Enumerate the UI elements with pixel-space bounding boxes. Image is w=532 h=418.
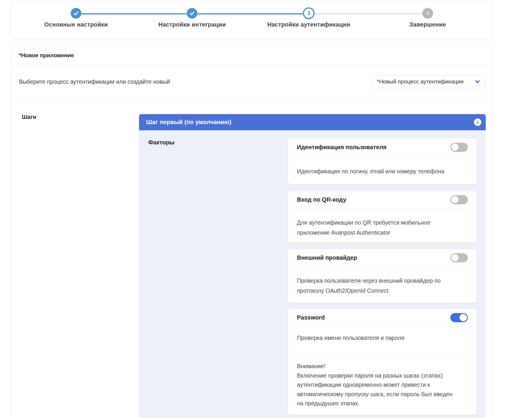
- toggle-knob: [451, 144, 459, 151]
- factor-head: Вход по QR-коду: [288, 191, 477, 209]
- step-3-number-badge[interactable]: 3: [303, 7, 315, 19]
- auth-process-label: Выберите процесс аутентификации или созд…: [19, 78, 170, 85]
- page-title: *Новое приложение: [19, 52, 74, 59]
- section-divider: [19, 101, 485, 101]
- factor-head: Идентификация пользователя: [288, 139, 477, 156]
- step-one-title: Шаг первый (по умолчанию): [146, 119, 474, 126]
- auth-process-select-value: *Новый процесс аутентификации: [377, 78, 472, 85]
- factors-label: Факторы: [148, 139, 174, 146]
- warning-line: Включение проверки пароля на разных шага…: [297, 371, 468, 381]
- toggle-knob: [451, 196, 459, 203]
- factors-panel: Факторы Идентификация пользователя Идент…: [139, 130, 486, 418]
- step-4-number: 4: [426, 10, 429, 16]
- warning-line: Внимание!: [297, 362, 468, 371]
- description-line: Идентификация по логину, email или номер…: [297, 166, 468, 176]
- toggle-knob: [451, 254, 459, 261]
- factor-card-password: Password Проверка имени пользователя и п…: [288, 309, 477, 415]
- warning-line: автоматическому пропуску шага, если паро…: [297, 390, 468, 399]
- inner-divider: [297, 354, 468, 354]
- factor-head: Password: [288, 309, 477, 327]
- factor-card-external-provider: Внешний провайдер Проверка пользователя …: [288, 249, 477, 303]
- step-one-header-bar[interactable]: Шаг первый (по умолчанию) 1: [139, 114, 486, 130]
- stepper-connector-2-3: [197, 13, 303, 14]
- warning-line: аутентификации одновременно может привес…: [297, 380, 468, 390]
- card-header: *Новое приложение: [12, 47, 491, 65]
- factor-description: Проверка пользователя через внешний пров…: [288, 267, 477, 296]
- factor-description: Идентификация по логину, email или номер…: [288, 156, 477, 176]
- new-application-card: *Новое приложение Выберите процесс аутен…: [12, 47, 491, 418]
- step-3-label[interactable]: Настройки аутентификации: [247, 21, 371, 28]
- password-toggle[interactable]: [450, 313, 468, 322]
- auth-process-select[interactable]: *Новый процесс аутентификации: [371, 75, 485, 88]
- factor-title: Password: [297, 314, 450, 321]
- description-line: приложение Avanpost Authenticator: [297, 228, 468, 238]
- step-2-done-check-icon[interactable]: [187, 8, 197, 19]
- step-count-badge: 1: [474, 119, 481, 126]
- stepper-card: 3 4 Основные настройки Настройки интегра…: [11, 1, 492, 39]
- description-line: Проверка имени пользователя и пароля: [297, 334, 468, 341]
- step-1-label[interactable]: Основные настройки: [14, 21, 138, 28]
- factor-title: Вход по QR-коду: [297, 196, 450, 203]
- password-warning: Внимание! Включение проверки пароля на р…: [297, 362, 468, 408]
- step-4-number-badge[interactable]: 4: [422, 8, 433, 19]
- chevron-down-icon: [474, 78, 481, 85]
- factor-title: Идентификация пользователя: [297, 144, 450, 151]
- check-icon: [73, 10, 79, 16]
- step-block: Шаг первый (по умолчанию) 1 Факторы Иден…: [139, 114, 486, 418]
- qr-login-toggle[interactable]: [450, 195, 468, 204]
- toggle-knob: [460, 314, 467, 321]
- description-line: Проверка пользователя через внешний пров…: [297, 276, 468, 286]
- factor-head: Внешний провайдер: [288, 249, 477, 267]
- description-line: Для аутентификации по QR требуется мобил…: [297, 218, 468, 228]
- stepper-connector-3-4: [315, 13, 422, 14]
- step-1-done-check-icon[interactable]: [71, 8, 81, 19]
- stepper-connector-1-2: [81, 13, 187, 14]
- factor-title: Внешний провайдер: [297, 254, 450, 261]
- step-3-number: 3: [307, 10, 310, 17]
- factor-description: Для аутентификации по QR требуется мобил…: [288, 209, 477, 238]
- step-4-label[interactable]: Завершение: [366, 21, 490, 28]
- check-icon: [189, 10, 195, 16]
- factor-card-qr-login: Вход по QR-коду Для аутентификации по QR…: [288, 191, 477, 243]
- user-identification-toggle[interactable]: [450, 143, 468, 152]
- external-provider-toggle[interactable]: [450, 253, 468, 262]
- description-line: протоколу OAuth2/OpenId Connect: [297, 286, 468, 296]
- step-2-label[interactable]: Настройки интеграции: [130, 21, 254, 28]
- steps-section-label: Шаги: [22, 114, 36, 120]
- page: { "colors": { "stepper_blue": "#4a90d6",…: [0, 0, 532, 418]
- factor-description: Проверка имени пользователя и пароля Вни…: [288, 327, 477, 408]
- warning-line: на предыдуших этапах.: [297, 399, 468, 408]
- factor-card-user-identification: Идентификация пользователя Идентификация…: [288, 139, 477, 184]
